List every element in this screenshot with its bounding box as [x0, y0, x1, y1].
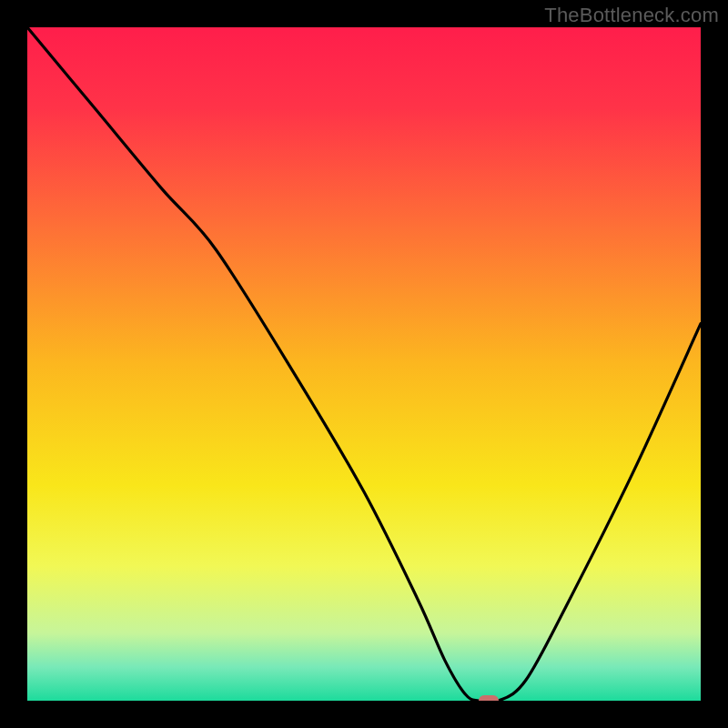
optimum-marker: [479, 695, 499, 701]
chart-frame: TheBottleneck.com: [0, 0, 728, 728]
heat-gradient: [27, 27, 701, 701]
svg-rect-0: [27, 27, 701, 701]
watermark-text: TheBottleneck.com: [544, 4, 719, 27]
plot-area: [27, 27, 701, 701]
